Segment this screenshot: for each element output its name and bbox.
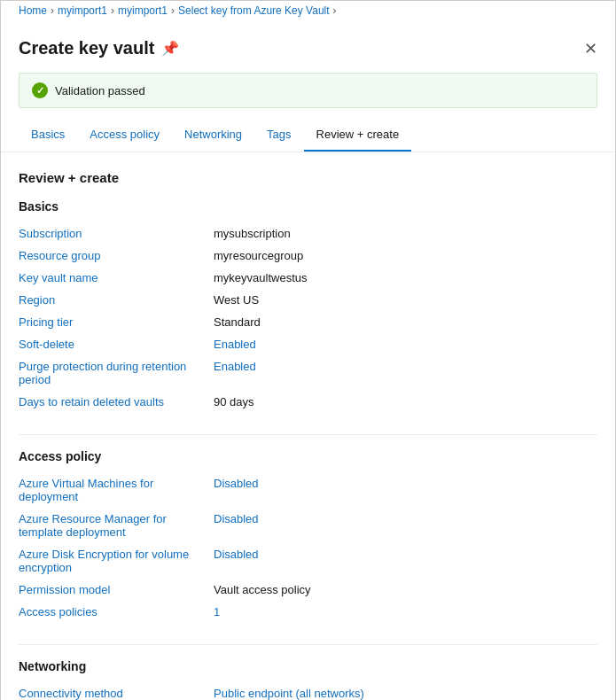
field-soft-delete: Soft-delete Enabled (19, 333, 597, 355)
pin-icon[interactable]: 📌 (161, 40, 179, 57)
breadcrumb-myimport1-1[interactable]: myimport1 (58, 4, 107, 17)
basics-heading: Basics (19, 199, 597, 214)
modal-header: Create key vault 📌 ✕ (1, 24, 615, 66)
field-key-vault-name: Key vault name mykeyvaultwestus (19, 267, 597, 289)
field-label-vm-deployment: Azure Virtual Machines for deployment (19, 477, 214, 503)
field-value-connectivity-method: Public endpoint (all networks) (214, 687, 364, 700)
field-label-pricing-tier: Pricing tier (19, 315, 214, 329)
tab-networking[interactable]: Networking (172, 119, 254, 152)
field-subscription: Subscription mysubscription (19, 222, 597, 245)
field-value-subscription: mysubscription (214, 227, 291, 240)
field-label-soft-delete: Soft-delete (19, 338, 214, 351)
modal-title-text: Create key vault (19, 38, 154, 58)
breadcrumb-myimport1-2[interactable]: myimport1 (118, 4, 168, 17)
close-button[interactable]: ✕ (584, 41, 597, 57)
field-value-permission-model: Vault access policy (214, 583, 311, 596)
page-title: Review + create (19, 170, 597, 185)
field-value-access-policies: 1 (214, 605, 220, 618)
field-access-policies: Access policies 1 (19, 601, 597, 623)
field-value-soft-delete: Enabled (214, 338, 256, 351)
field-vm-deployment: Azure Virtual Machines for deployment Di… (19, 472, 597, 508)
field-value-purge-protection: Enabled (214, 360, 256, 373)
field-purge-protection: Purge protection during retention period… (19, 355, 597, 391)
field-pricing-tier: Pricing tier Standard (19, 311, 597, 333)
divider-2 (19, 644, 597, 645)
validation-message: Validation passed (55, 84, 145, 97)
field-label-disk-encryption: Azure Disk Encryption for volume encrypt… (19, 548, 214, 574)
create-key-vault-modal: Home › myimport1 › myimport1 › Select ke… (0, 0, 616, 700)
tabs: Basics Access policy Networking Tags Rev… (1, 119, 615, 152)
networking-section: Networking Connectivity method Public en… (19, 659, 597, 700)
access-policy-heading: Access policy (19, 449, 597, 463)
field-label-permission-model: Permission model (19, 583, 214, 596)
modal-title: Create key vault 📌 (19, 38, 179, 58)
field-connectivity-method: Connectivity method Public endpoint (all… (19, 682, 597, 700)
field-label-resource-group: Resource group (19, 249, 214, 262)
breadcrumb: Home › myimport1 › myimport1 › Select ke… (1, 1, 615, 24)
field-label-key-vault-name: Key vault name (19, 271, 214, 284)
field-days-retain: Days to retain deleted vaults 90 days (19, 391, 597, 413)
tab-access-policy[interactable]: Access policy (77, 119, 172, 152)
basics-section: Basics Subscription mysubscription Resou… (19, 199, 597, 413)
field-value-arm-deployment: Disabled (214, 512, 259, 525)
validation-banner: Validation passed (19, 73, 597, 108)
field-label-purge-protection: Purge protection during retention period (19, 360, 214, 386)
content-area: Review + create Basics Subscription mysu… (1, 152, 615, 700)
breadcrumb-home[interactable]: Home (19, 4, 47, 17)
field-label-access-policies: Access policies (19, 605, 214, 618)
field-resource-group: Resource group myresourcegroup (19, 245, 597, 267)
field-label-connectivity-method: Connectivity method (19, 687, 214, 700)
field-label-days-retain: Days to retain deleted vaults (19, 395, 214, 408)
tab-review-create[interactable]: Review + create (304, 119, 412, 152)
field-value-days-retain: 90 days (214, 395, 254, 408)
field-value-region: West US (214, 293, 259, 307)
field-value-disk-encryption: Disabled (214, 548, 259, 561)
field-permission-model: Permission model Vault access policy (19, 579, 597, 601)
field-value-resource-group: myresourcegroup (214, 249, 303, 262)
field-value-key-vault-name: mykeyvaultwestus (214, 271, 307, 284)
field-region: Region West US (19, 289, 597, 311)
field-label-subscription: Subscription (19, 227, 214, 240)
field-label-arm-deployment: Azure Resource Manager for template depl… (19, 512, 214, 539)
networking-heading: Networking (19, 659, 597, 673)
field-disk-encryption: Azure Disk Encryption for volume encrypt… (19, 543, 597, 579)
field-arm-deployment: Azure Resource Manager for template depl… (19, 508, 597, 543)
divider-1 (19, 434, 597, 435)
field-value-vm-deployment: Disabled (214, 477, 259, 490)
field-label-region: Region (19, 293, 214, 307)
tab-basics[interactable]: Basics (19, 119, 77, 152)
breadcrumb-select-key[interactable]: Select key from Azure Key Vault (178, 4, 330, 17)
field-value-pricing-tier: Standard (214, 315, 261, 329)
validation-check-icon (32, 82, 48, 98)
access-policy-section: Access policy Azure Virtual Machines for… (19, 449, 597, 623)
tab-tags[interactable]: Tags (254, 119, 303, 152)
